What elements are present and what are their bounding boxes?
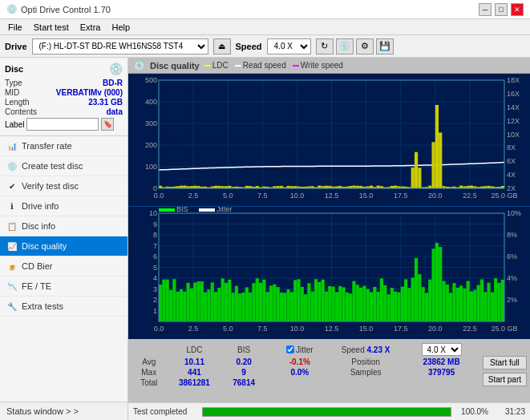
disc-type-row: Type BD-R <box>5 79 123 87</box>
disc-label-label: Label <box>5 120 24 129</box>
sidebar-item-transfer-rate[interactable]: 📊 Transfer rate <box>0 136 127 156</box>
stats-total-label: Total <box>131 378 166 388</box>
sidebar-item-drive-info[interactable]: ℹ Drive info <box>0 196 127 216</box>
stats-table: LDC BIS Jitter Speed 4.23 X <box>128 339 479 402</box>
col-header-speed-select: 4.0 X <box>407 342 476 357</box>
refresh-button[interactable]: ↻ <box>316 38 334 55</box>
sidebar: Disc 💿 Type BD-R MID VERBATIMv (000) Len… <box>0 58 128 420</box>
eject-button[interactable]: ⏏ <box>213 38 231 55</box>
title-bar-buttons: ─ □ ✕ <box>479 3 524 16</box>
stats-avg-speed-label: Position <box>325 357 407 367</box>
status-window-button[interactable]: Status window > > <box>0 402 127 420</box>
charts <box>128 74 530 338</box>
stats-row-max: Max 441 9 0.0% Samples 379795 <box>131 367 476 378</box>
stats-bar: LDC BIS Jitter Speed 4.23 X <box>128 338 530 402</box>
stats-speed-select[interactable]: 4.0 X <box>422 343 462 356</box>
sidebar-item-disc-info[interactable]: 📋 Disc info <box>0 216 127 236</box>
disc-length-value: 23.31 GB <box>88 98 123 107</box>
col-header-empty <box>131 342 166 357</box>
maximize-button[interactable]: □ <box>495 3 508 16</box>
menu-file[interactable]: File <box>3 22 27 33</box>
disc-icon: 💿 <box>109 63 123 75</box>
menu-start-test[interactable]: Start test <box>29 22 74 33</box>
quality-icon: 💿 <box>133 60 145 71</box>
menu-extra[interactable]: Extra <box>75 22 106 33</box>
stats-row-avg: Avg 10.11 0.20 -0.1% Position 23862 MB <box>131 357 476 367</box>
sidebar-label-drive-info: Drive info <box>22 201 59 211</box>
stats-avg-jitter: -0.1% <box>275 357 325 367</box>
stats-max-bis: 9 <box>222 367 265 378</box>
create-test-disc-icon: 💿 <box>6 160 18 172</box>
sidebar-item-disc-quality[interactable]: 📈 Disc quality <box>0 236 127 256</box>
legend-top: LDC Read speed Write speed <box>204 61 343 70</box>
menu-help[interactable]: Help <box>107 22 135 33</box>
disc-section-title: Disc <box>5 64 23 74</box>
content-area: 💿 Disc quality LDC Read speed Write spee… <box>128 58 530 420</box>
disc-info-panel: Disc 💿 Type BD-R MID VERBATIMv (000) Len… <box>0 58 127 136</box>
verify-test-disc-icon: ✔ <box>6 180 18 192</box>
progress-bar-area: Test completed 100.0% 31:23 <box>128 402 530 420</box>
legend-write-speed: Write speed <box>293 61 343 70</box>
sidebar-label-transfer-rate: Transfer rate <box>22 141 72 151</box>
disc-label-row: Label 🔖 <box>5 118 123 131</box>
app-icon: 💿 <box>6 4 18 14</box>
stats-max-jitter: 0.0% <box>275 367 325 378</box>
sidebar-item-create-test-disc[interactable]: 💿 Create test disc <box>0 156 127 176</box>
stats-avg-bis: 0.20 <box>222 357 265 367</box>
menu-bar: File Start test Extra Help <box>0 19 530 35</box>
jitter-checkbox[interactable] <box>286 345 294 353</box>
stats-max-speed-value: 379795 <box>407 367 476 378</box>
sidebar-label-disc-info: Disc info <box>22 221 55 231</box>
drive-select[interactable]: (F:) HL-DT-ST BD-RE WH16NS58 TST4 <box>32 38 208 55</box>
action-buttons: Start full Start part <box>479 339 530 402</box>
drive-icons: ↻ 💿 ⚙ 💾 <box>316 38 394 55</box>
extra-tests-icon: 🔧 <box>6 301 18 312</box>
legend-read-speed-label: Read speed <box>243 61 286 70</box>
chart-top-canvas <box>128 74 530 206</box>
start-full-button[interactable]: Start full <box>483 356 527 370</box>
sidebar-label-extra-tests: Extra tests <box>22 301 63 311</box>
sidebar-label-verify-test-disc: Verify test disc <box>22 181 79 191</box>
stats-avg-speed-value: 23862 MB <box>407 357 476 367</box>
disc-contents-value: data <box>106 107 123 116</box>
disc-contents-label: Contents <box>5 107 37 116</box>
sidebar-item-cd-bier[interactable]: 🍺 CD Bier <box>0 256 127 277</box>
save-button[interactable]: 💾 <box>376 38 394 55</box>
drive-info-icon: ℹ <box>6 200 18 212</box>
stats-max-label: Max <box>131 367 166 378</box>
chart-top <box>128 74 530 207</box>
stats-avg-label: Avg <box>131 357 166 367</box>
sidebar-item-fe-te[interactable]: 📉 FE / TE <box>0 277 127 297</box>
disc-label-save-button[interactable]: 🔖 <box>101 118 114 131</box>
disc-button[interactable]: 💿 <box>336 38 354 55</box>
speed-label: Speed <box>236 42 262 51</box>
col-header-jitter: Jitter <box>275 342 325 357</box>
title-bar-left: 💿 Opti Drive Control 1.70 <box>6 4 111 14</box>
legend-ldc: LDC <box>204 61 229 70</box>
cd-bier-icon: 🍺 <box>6 260 18 272</box>
minimize-button[interactable]: ─ <box>479 3 492 16</box>
speed-select[interactable]: 4.0 X 8.0 X <box>267 38 311 55</box>
disc-label-input[interactable] <box>26 118 99 131</box>
disc-length-row: Length 23.31 GB <box>5 98 123 107</box>
speed-display-value: 4.23 X <box>366 345 390 354</box>
quality-title: Disc quality <box>150 61 200 71</box>
col-header-ldc: LDC <box>166 342 222 357</box>
disc-header: Disc 💿 <box>5 63 123 75</box>
transfer-rate-icon: 📊 <box>6 140 18 151</box>
stats-max-ldc: 441 <box>166 367 222 378</box>
sidebar-item-extra-tests[interactable]: 🔧 Extra tests <box>0 297 127 317</box>
status-text: Test completed <box>133 407 197 416</box>
sidebar-item-verify-test-disc[interactable]: ✔ Verify test disc <box>0 176 127 196</box>
main-layout: Disc 💿 Type BD-R MID VERBATIMv (000) Len… <box>0 58 530 420</box>
close-button[interactable]: ✕ <box>511 3 524 16</box>
col-header-empty2 <box>265 342 275 357</box>
disc-info-icon: 📋 <box>6 220 18 232</box>
sidebar-label-create-test-disc: Create test disc <box>22 161 83 171</box>
drive-bar: Drive (F:) HL-DT-ST BD-RE WH16NS58 TST4 … <box>0 35 530 58</box>
disc-type-value: BD-R <box>103 79 123 87</box>
settings-button[interactable]: ⚙ <box>356 38 374 55</box>
sidebar-label-cd-bier: CD Bier <box>22 261 53 271</box>
start-part-button[interactable]: Start part <box>483 373 527 386</box>
legend-read-speed: Read speed <box>235 61 286 70</box>
